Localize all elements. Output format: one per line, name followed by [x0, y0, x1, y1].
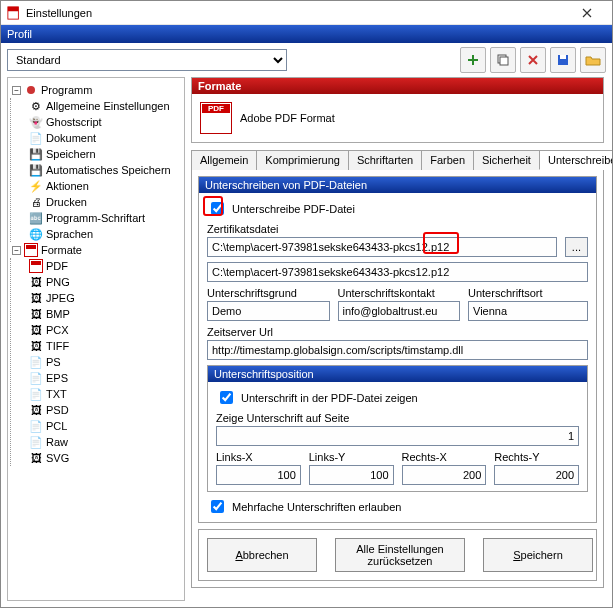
tiff-icon: 🖼 [29, 339, 43, 353]
tree-label: Formate [41, 244, 82, 256]
rx-label: Rechts-X [402, 451, 487, 463]
tree-item[interactable]: 📄EPS [27, 370, 182, 386]
lx-input[interactable] [216, 465, 301, 485]
tree-label: Programm [41, 84, 92, 96]
png-icon: 🖼 [29, 275, 43, 289]
tab-sicherheit[interactable]: Sicherheit [473, 150, 540, 170]
tree-item[interactable]: 📄TXT [27, 386, 182, 402]
tree-item[interactable]: 🌐Sprachen [27, 226, 182, 242]
jpeg-icon: 🖼 [29, 291, 43, 305]
tree-item[interactable]: ⚙Allgemeine Einstellungen [27, 98, 182, 114]
delete-profile-button[interactable] [520, 47, 546, 73]
multi-sign-label: Mehrfache Unterschriften erlauben [232, 501, 401, 513]
tree-item[interactable]: 💾Automatisches Speichern [27, 162, 182, 178]
svg-point-6 [27, 86, 35, 94]
lx-label: Links-X [216, 451, 301, 463]
tree-item[interactable]: ⚡Aktionen [27, 178, 182, 194]
tree-item[interactable]: 🖼JPEG [27, 290, 182, 306]
format-header: Formate [192, 78, 603, 94]
tree-item[interactable]: 👻Ghostscript [27, 114, 182, 130]
position-header: Unterschriftsposition [208, 366, 587, 382]
cert-echo-input[interactable] [207, 262, 588, 282]
raw-icon: 📄 [29, 435, 43, 449]
tree-node-formate[interactable]: − Formate [10, 242, 182, 258]
pcl-icon: 📄 [29, 419, 43, 433]
tree-item[interactable]: 🖼PCX [27, 322, 182, 338]
tab-schriftarten[interactable]: Schriftarten [348, 150, 422, 170]
cert-label: Zertifikatsdatei [207, 223, 588, 235]
tab-body: Unterschreiben von PDF-Dateien Unterschr… [191, 170, 604, 588]
app-icon [7, 6, 21, 20]
tree-item[interactable]: PDF [27, 258, 182, 274]
sign-group-header: Unterschreiben von PDF-Dateien [199, 177, 596, 193]
tree-item[interactable]: 🖼TIFF [27, 338, 182, 354]
cert-path-input[interactable] [207, 237, 557, 257]
location-input[interactable] [468, 301, 588, 321]
show-signature-checkbox[interactable] [220, 391, 233, 404]
tree-item[interactable]: 📄Raw [27, 434, 182, 450]
cancel-button[interactable]: Abbrechen [207, 538, 317, 572]
tree-view[interactable]: − Programm ⚙Allgemeine Einstellungen 👻Gh… [7, 77, 185, 601]
contact-input[interactable] [338, 301, 461, 321]
autosave-icon: 💾 [29, 163, 43, 177]
tab-farben[interactable]: Farben [421, 150, 474, 170]
tab-komprimierung[interactable]: Komprimierung [256, 150, 349, 170]
svg-rect-1 [8, 6, 19, 10]
dialog-footer: Abbrechen Alle Einstellungen zurücksetze… [198, 529, 597, 581]
ly-label: Links-Y [309, 451, 394, 463]
tree-item[interactable]: 💾Speichern [27, 146, 182, 162]
save-profile-button[interactable] [550, 47, 576, 73]
close-button[interactable] [568, 2, 606, 24]
pdf-icon [29, 259, 43, 273]
timeserver-input[interactable] [207, 340, 588, 360]
browse-cert-button[interactable]: ... [565, 237, 588, 257]
copy-profile-button[interactable] [490, 47, 516, 73]
reason-input[interactable] [207, 301, 330, 321]
window-title: Einstellungen [26, 7, 568, 19]
tab-strip: Allgemein Komprimierung Schriftarten Far… [191, 149, 604, 170]
pcx-icon: 🖼 [29, 323, 43, 337]
sign-pdf-checkbox[interactable] [211, 202, 224, 215]
document-icon: 📄 [29, 131, 43, 145]
format-name: Adobe PDF Format [240, 112, 335, 124]
font-icon: 🔤 [29, 211, 43, 225]
position-group: Unterschriftsposition Unterschrift in de… [207, 365, 588, 492]
tab-unterschreiben[interactable]: Unterschreiben [539, 150, 612, 170]
tree-item[interactable]: 📄PCL [27, 418, 182, 434]
profile-select[interactable]: Standard [7, 49, 287, 71]
tab-allgemein[interactable]: Allgemein [191, 150, 257, 170]
rx-input[interactable] [402, 465, 487, 485]
open-profile-button[interactable] [580, 47, 606, 73]
save-button[interactable]: Speichern [483, 538, 593, 572]
contact-label: Unterschriftskontakt [338, 287, 461, 299]
tree-item[interactable]: 📄Dokument [27, 130, 182, 146]
tree-node-programm[interactable]: − Programm [10, 82, 182, 98]
psd-icon: 🖼 [29, 403, 43, 417]
ry-input[interactable] [494, 465, 579, 485]
reset-button[interactable]: Alle Einstellungen zurücksetzen [335, 538, 465, 572]
tree-item[interactable]: 🖼PSD [27, 402, 182, 418]
ghost-icon: 👻 [29, 115, 43, 129]
language-icon: 🌐 [29, 227, 43, 241]
eps-icon: 📄 [29, 371, 43, 385]
txt-icon: 📄 [29, 387, 43, 401]
page-input[interactable] [216, 426, 579, 446]
tree-item[interactable]: 🖼SVG [27, 450, 182, 466]
collapse-icon[interactable]: − [12, 86, 21, 95]
add-profile-button[interactable] [460, 47, 486, 73]
show-signature-label: Unterschrift in der PDF-Datei zeigen [241, 392, 418, 404]
tree-item[interactable]: 📄PS [27, 354, 182, 370]
tree-item[interactable]: 🖼BMP [27, 306, 182, 322]
tree-item[interactable]: 🖨Drucken [27, 194, 182, 210]
ry-label: Rechts-Y [494, 451, 579, 463]
pdf-icon [200, 102, 232, 134]
format-panel: Formate Adobe PDF Format [191, 77, 604, 143]
ly-input[interactable] [309, 465, 394, 485]
multi-sign-checkbox[interactable] [211, 500, 224, 513]
pdf-icon [24, 243, 38, 257]
page-label: Zeige Unterschrift auf Seite [216, 412, 579, 424]
tree-item[interactable]: 🖼PNG [27, 274, 182, 290]
tree-item[interactable]: 🔤Programm-Schriftart [27, 210, 182, 226]
collapse-icon[interactable]: − [12, 246, 21, 255]
save-icon: 💾 [29, 147, 43, 161]
